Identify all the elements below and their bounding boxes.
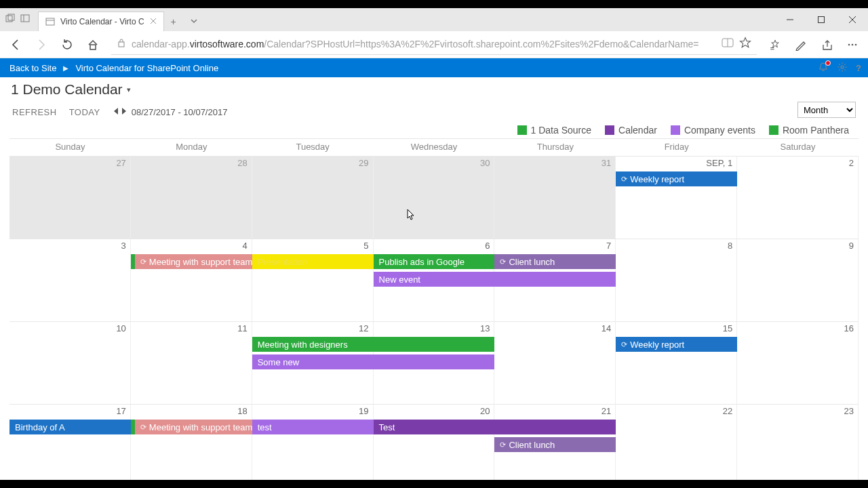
calendar-event[interactable]: test [252,420,374,434]
day-header: Friday [616,139,737,156]
close-window-button[interactable] [837,8,868,31]
back-to-site-link[interactable]: Back to Site [9,63,56,73]
new-tab-button[interactable]: + [164,12,183,31]
maximize-button[interactable] [806,8,837,31]
calendar-picker[interactable]: 1 Demo Calendar ▾ [9,77,859,102]
calendar-event[interactable]: Test [374,420,616,434]
calendar-cell[interactable]: 23 [737,405,859,480]
svg-point-23 [855,43,857,45]
calendar-event[interactable]: ⟳Meeting with support team [131,254,252,269]
refresh-button[interactable] [56,33,79,56]
tabs-more-icon[interactable] [183,12,205,31]
prev-range-button[interactable] [113,107,119,117]
calendar-event[interactable]: Birthday of A [9,420,131,434]
day-number: 5 [363,241,368,251]
calendar-cell[interactable]: 30 [374,157,495,239]
legend-item[interactable]: 1 Data Source [517,125,592,136]
calendar-cell[interactable]: 3 [9,239,131,321]
svg-rect-4 [46,18,54,25]
calendar-cell[interactable]: 5 [252,239,374,321]
favicon-icon [45,17,55,26]
calendar-cell[interactable]: 8 [616,239,737,321]
today-button[interactable]: TODAY [69,107,100,117]
forward-button[interactable] [30,33,53,56]
day-number: 31 [601,158,611,168]
legend-item[interactable]: Company events [671,125,755,136]
close-icon[interactable] [150,17,157,26]
svg-point-21 [848,43,850,45]
calendar-cell[interactable]: 2 [737,157,859,239]
legend-label: Calendar [618,125,657,136]
calendar-cell[interactable]: 27 [9,157,131,239]
day-header: Saturday [737,139,859,156]
view-select[interactable]: Month [797,102,856,118]
calendar-cell[interactable]: 9 [737,239,859,321]
day-number: 21 [601,406,611,416]
calendar-event[interactable]: ⟳Client lunch [494,437,616,452]
settings-gear-icon[interactable] [837,62,848,75]
event-label: Weekly report [630,340,684,350]
day-number: 4 [242,241,247,251]
calendar-cell[interactable]: SEP, 1 [616,157,737,239]
day-number: 18 [237,406,247,416]
day-number: 20 [480,406,490,416]
calendar-event[interactable]: ⟳Weekly report [616,171,737,186]
browser-tab-active[interactable]: Virto Calendar - Virto C [38,12,164,31]
calendar-cell[interactable]: 15 [616,322,737,404]
calendar-cell[interactable]: 10 [9,322,131,404]
share-icon[interactable] [815,33,838,56]
calendar-cell[interactable]: 28 [131,157,252,239]
calendar-event[interactable]: Meeting with designers [252,337,495,352]
calendar-event[interactable]: Presentation [252,254,374,269]
tab-title: Virto Calendar - Virto C [60,17,144,26]
legend-swatch [671,125,680,135]
calendar-week: 17181920212223Birthday of A⟳Meeting with… [9,404,859,480]
calendar-event[interactable]: ⟳Client lunch [494,254,616,269]
svg-rect-9 [818,17,825,23]
legend-item[interactable]: Room Panthera [769,125,849,136]
legend-item[interactable]: Calendar [605,125,657,136]
calendar-cell[interactable]: 18 [131,405,252,480]
favorites-list-icon[interactable] [764,33,787,56]
minimize-button[interactable] [774,8,806,31]
reader-icon[interactable] [722,38,734,50]
calendar-cell[interactable]: 31 [494,157,616,239]
calendar-event[interactable]: Publish ads in Google [374,254,495,269]
more-icon[interactable] [841,33,864,56]
event-label: Publish ads in Google [379,257,465,267]
calendar-event[interactable]: New event [374,272,616,287]
calendar-cell[interactable]: 4 [131,239,252,321]
next-range-button[interactable] [121,107,127,117]
day-number: 10 [116,323,125,333]
day-number: 7 [606,241,611,251]
url-input[interactable]: calendar-app.virtosoftware.com/Calendar?… [111,35,757,55]
svg-point-22 [852,43,854,45]
refresh-calendar-button[interactable]: REFRESH [12,107,57,117]
notes-icon[interactable] [789,33,812,56]
calendar-event[interactable]: Some new [252,354,495,369]
day-header-row: SundayMondayTuesdayWednesdayThursdayFrid… [9,139,859,156]
day-number: 28 [237,158,247,168]
calendar-cell[interactable]: 17 [9,405,131,480]
legend-swatch [605,125,614,135]
calendar-cell[interactable]: 22 [616,405,737,480]
notifications-icon[interactable] [818,62,829,75]
window-side-icon[interactable] [20,14,30,26]
calendar-cell[interactable]: 20 [374,405,495,480]
event-label: Meeting with designers [258,340,348,350]
favorite-icon[interactable] [739,37,751,52]
calendar-event[interactable]: ⟳Weekly report [616,337,737,352]
calendar-cell[interactable]: 19 [252,405,374,480]
date-range-label: 08/27/2017 - 10/07/2017 [132,107,228,117]
calendar-cell[interactable]: 29 [252,157,374,239]
help-icon[interactable]: ? [856,63,861,73]
back-button[interactable] [4,33,27,56]
calendar-cell[interactable]: 16 [737,322,859,404]
calendar-event[interactable]: ⟳Meeting with support team [131,420,252,434]
home-button[interactable] [81,33,104,56]
calendar-cell[interactable]: 11 [131,322,252,404]
event-label: New event [379,274,420,285]
calendar-cell[interactable]: 14 [494,322,616,404]
day-number: 27 [116,158,125,168]
window-overlap-icon[interactable] [5,14,15,26]
